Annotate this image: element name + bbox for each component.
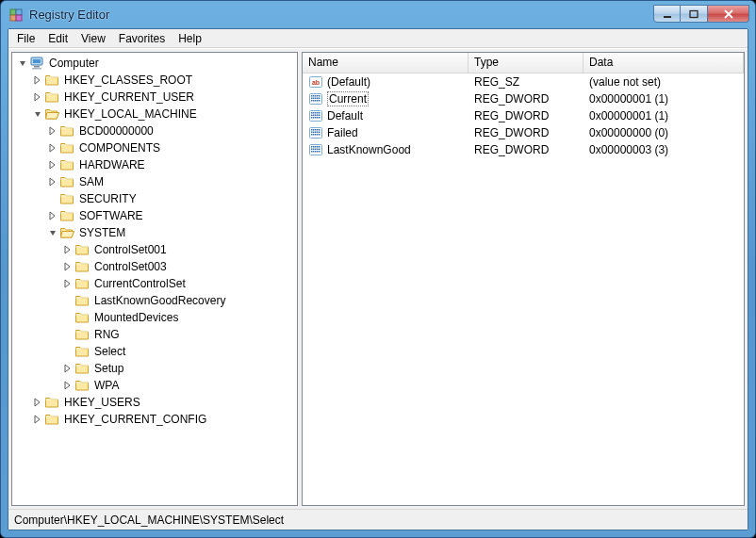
expander-icon[interactable] <box>61 244 74 256</box>
tree-label: BCD00000000 <box>77 124 156 138</box>
folder-icon <box>74 361 90 376</box>
col-header-type[interactable]: Type <box>468 53 583 73</box>
tree-item-components[interactable]: COMPONENTS <box>12 139 297 156</box>
tree-item-hkcu[interactable]: HKEY_CURRENT_USER <box>12 89 297 106</box>
tree-item-currentcontrolset[interactable]: CurrentControlSet <box>12 275 297 292</box>
tree-item-bcd[interactable]: BCD00000000 <box>12 122 297 139</box>
tree-item-hkcc[interactable]: HKEY_CURRENT_CONFIG <box>12 411 297 428</box>
tree-item-software[interactable]: SOFTWARE <box>12 207 297 224</box>
tree-label: HKEY_CLASSES_ROOT <box>62 73 194 87</box>
statusbar: Computer\HKEY_LOCAL_MACHINE\SYSTEM\Selec… <box>8 509 748 530</box>
folder-icon <box>44 73 59 88</box>
minimize-button[interactable] <box>653 5 681 23</box>
expander-icon[interactable] <box>46 227 58 239</box>
registry-editor-window: Registry Editor File Edit View Favorites… <box>0 0 756 538</box>
expander-icon[interactable] <box>31 108 43 121</box>
tree-item-controlset003[interactable]: ControlSet003 <box>12 258 297 275</box>
tree-item-lastknowngoodrecovery[interactable]: LastKnownGoodRecovery <box>12 292 297 309</box>
menu-file[interactable]: File <box>10 30 41 47</box>
tree-label: HKEY_LOCAL_MACHINE <box>62 107 199 121</box>
menu-edit[interactable]: Edit <box>41 30 74 47</box>
tree-item-wpa[interactable]: WPA <box>12 377 297 394</box>
regdword-icon <box>308 142 323 157</box>
expander-icon[interactable] <box>61 261 74 273</box>
expander-icon[interactable] <box>61 363 74 375</box>
tree-label: SOFTWARE <box>77 209 145 222</box>
expander-icon[interactable] <box>61 278 74 290</box>
menu-view[interactable]: View <box>74 30 112 47</box>
tree-item-hklm[interactable]: HKEY_LOCAL_MACHINE <box>12 106 297 122</box>
regdword-icon <box>308 108 323 123</box>
tree-label: CurrentControlSet <box>92 277 188 290</box>
tree-label: Setup <box>92 362 125 375</box>
expander-icon[interactable] <box>61 380 74 392</box>
folder-icon <box>44 90 59 105</box>
folder-icon <box>74 293 90 308</box>
value-data: 0x00000001 (1) <box>583 108 744 123</box>
expander-icon[interactable] <box>31 74 43 87</box>
value-type: REG_SZ <box>468 74 583 90</box>
tree-item-hardware[interactable]: HARDWARE <box>12 156 297 173</box>
menubar: File Edit View Favorites Help <box>8 29 748 48</box>
menu-help[interactable]: Help <box>172 30 208 47</box>
tree-label: Computer <box>47 57 101 70</box>
expander-icon[interactable] <box>31 397 43 409</box>
maximize-button[interactable] <box>681 5 708 23</box>
expander-icon[interactable] <box>46 159 58 171</box>
tree-item-setup[interactable]: Setup <box>12 360 297 377</box>
computer-icon <box>29 56 44 71</box>
expander-icon[interactable] <box>46 142 58 155</box>
folder-icon <box>59 208 74 223</box>
expander-icon[interactable] <box>46 176 58 188</box>
tree-panel[interactable]: Computer HKEY_CLASSES_ROOT HKEY_CURRENT_… <box>11 52 298 506</box>
value-name: Failed <box>327 126 358 139</box>
tree-label: HKEY_CURRENT_USER <box>62 90 196 104</box>
expander-icon[interactable] <box>46 125 58 138</box>
folder-open-icon <box>44 106 59 122</box>
tree-item-mounteddevices[interactable]: MountedDevices <box>12 309 297 326</box>
value-name: Current <box>327 91 369 106</box>
tree-item-controlset001[interactable]: ControlSet001 <box>12 241 297 258</box>
tree-root-computer[interactable]: Computer <box>12 55 297 72</box>
col-header-data[interactable]: Data <box>583 53 744 73</box>
value-type: REG_DWORD <box>468 142 583 157</box>
tree-item-sam[interactable]: SAM <box>12 173 297 190</box>
value-data: (value not set) <box>583 74 744 90</box>
value-row-lastknowngood[interactable]: LastKnownGood REG_DWORD 0x00000003 (3) <box>303 141 744 158</box>
value-data: 0x00000001 (1) <box>583 91 744 106</box>
expander-icon[interactable] <box>31 91 43 104</box>
folder-icon <box>74 344 90 359</box>
value-name: LastKnownGood <box>327 143 411 156</box>
tree-item-select[interactable]: Select <box>12 343 297 360</box>
menu-favorites[interactable]: Favorites <box>112 30 172 47</box>
tree-label: ControlSet003 <box>92 260 169 273</box>
tree-label: HKEY_CURRENT_CONFIG <box>62 413 208 426</box>
tree-item-hku[interactable]: HKEY_USERS <box>12 394 297 411</box>
tree-item-system[interactable]: SYSTEM <box>12 224 297 241</box>
value-type: REG_DWORD <box>468 108 583 123</box>
folder-icon <box>74 310 90 325</box>
expander-icon[interactable] <box>16 57 28 70</box>
folder-open-icon <box>59 225 74 240</box>
value-row-failed[interactable]: Failed REG_DWORD 0x00000000 (0) <box>303 124 744 141</box>
regdword-icon <box>308 125 323 140</box>
tree-label: WPA <box>92 379 121 392</box>
values-list[interactable]: (Default) REG_SZ (value not set) Current… <box>303 73 744 505</box>
tree-label: HKEY_USERS <box>62 396 142 409</box>
regedit-icon <box>8 8 24 23</box>
tree-label: HARDWARE <box>77 158 147 171</box>
titlebar[interactable]: Registry Editor <box>1 1 755 28</box>
tree-item-security[interactable]: SECURITY <box>12 190 297 207</box>
tree-item-rng[interactable]: RNG <box>12 326 297 343</box>
value-row-default2[interactable]: Default REG_DWORD 0x00000001 (1) <box>303 107 744 124</box>
tree-label: ControlSet001 <box>92 243 169 256</box>
expander-icon[interactable] <box>31 414 43 426</box>
col-header-name[interactable]: Name <box>303 53 468 73</box>
expander-icon[interactable] <box>46 210 58 222</box>
close-button[interactable] <box>708 5 749 23</box>
tree-item-hkcr[interactable]: HKEY_CLASSES_ROOT <box>12 72 297 89</box>
folder-icon <box>74 259 90 274</box>
value-row-default[interactable]: (Default) REG_SZ (value not set) <box>303 73 744 90</box>
value-name: (Default) <box>327 75 370 89</box>
value-row-current[interactable]: Current REG_DWORD 0x00000001 (1) <box>303 90 744 107</box>
